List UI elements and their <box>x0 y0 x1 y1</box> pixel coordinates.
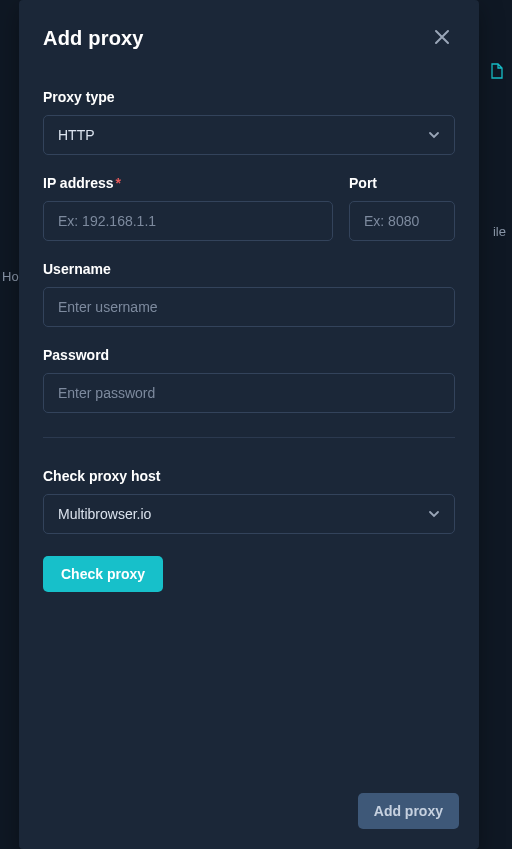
check-host-value: Multibrowser.io <box>58 506 151 522</box>
add-proxy-button[interactable]: Add proxy <box>358 793 459 829</box>
close-button[interactable] <box>429 24 455 53</box>
password-group: Password <box>43 347 455 413</box>
ip-port-row: IP address* Port <box>43 175 455 241</box>
add-proxy-modal: Add proxy Proxy type HTTP IP address* Po <box>19 0 479 849</box>
modal-header: Add proxy <box>19 0 479 67</box>
username-input[interactable] <box>43 287 455 327</box>
check-host-select[interactable]: Multibrowser.io <box>43 494 455 534</box>
ip-input[interactable] <box>43 201 333 241</box>
proxy-type-select[interactable]: HTTP <box>43 115 455 155</box>
username-label: Username <box>43 261 455 277</box>
port-input[interactable] <box>349 201 455 241</box>
modal-title: Add proxy <box>43 27 144 50</box>
check-action-row: Check proxy <box>43 556 455 592</box>
proxy-type-group: Proxy type HTTP <box>43 89 455 155</box>
divider <box>43 437 455 438</box>
username-group: Username <box>43 261 455 327</box>
modal-footer: Add proxy <box>19 777 479 849</box>
chevron-down-icon <box>428 129 440 141</box>
chevron-down-icon <box>428 508 440 520</box>
port-label: Port <box>349 175 455 191</box>
ip-group: IP address* <box>43 175 333 241</box>
background-text-left: Ho <box>2 269 19 284</box>
proxy-type-label: Proxy type <box>43 89 455 105</box>
password-label: Password <box>43 347 455 363</box>
ip-label: IP address* <box>43 175 333 191</box>
close-icon <box>433 28 451 49</box>
password-input[interactable] <box>43 373 455 413</box>
check-host-label: Check proxy host <box>43 468 455 484</box>
modal-body: Proxy type HTTP IP address* Port Usernam… <box>19 67 479 777</box>
check-proxy-button[interactable]: Check proxy <box>43 556 163 592</box>
check-host-group: Check proxy host Multibrowser.io <box>43 468 455 534</box>
background-text-right: ile <box>493 224 506 239</box>
required-asterisk: * <box>116 175 121 191</box>
document-icon <box>490 63 504 79</box>
proxy-type-value: HTTP <box>58 127 95 143</box>
port-group: Port <box>349 175 455 241</box>
